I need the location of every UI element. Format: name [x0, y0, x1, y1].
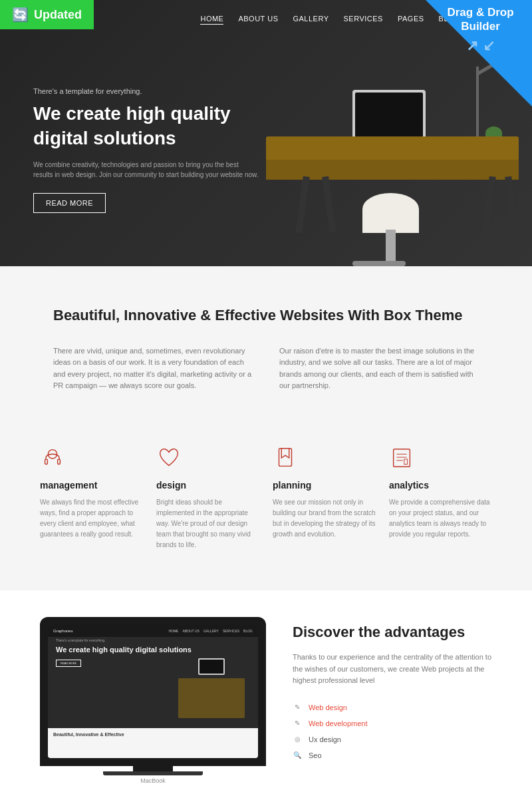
nav-item-services[interactable]: SERVICES: [344, 12, 383, 24]
macbook-bezel-bottom: [48, 758, 258, 766]
service-design-desc: Bright ideas should be implemented in th…: [156, 497, 259, 550]
discover-section: Graphonex HOME ABOUT US GALLERY SERVICES…: [0, 590, 532, 806]
updated-badge: 🔄 Updated: [0, 0, 94, 29]
nav-link-about[interactable]: ABOUT US: [238, 15, 278, 23]
dnd-line1: Drag & Drop: [447, 6, 513, 19]
macbook-screen-title: We create high quality digital solutions: [56, 645, 192, 654]
service-planning: planning We see our mission not only in …: [273, 445, 376, 550]
macbook-nav-blog: BLOG: [243, 629, 253, 633]
about-col-1: There are vivid, unique and, sometimes, …: [53, 345, 253, 392]
macbook-screen-white-section: Beautiful, Innovative & Effective: [48, 728, 258, 758]
chair-seat: [362, 193, 419, 233]
dnd-line2: Builder: [461, 20, 500, 33]
chart-svg: [389, 445, 414, 471]
svg-rect-2: [58, 459, 61, 465]
macbook-body: Graphonex HOME ABOUT US GALLERY SERVICES…: [40, 617, 266, 766]
discover-title: Discover the advantages: [293, 624, 492, 641]
discover-item-webdev: ✎ Web development: [293, 719, 492, 728]
services-grid: management We always find the most effec…: [40, 445, 492, 550]
hero-tagline: There's a template for everything.: [33, 87, 259, 95]
bullet-webdev: ✎: [293, 719, 302, 728]
macbook-screen-logo: Graphonex: [53, 629, 73, 633]
heart-svg: [156, 445, 182, 471]
dnd-arrows-icon: ↗ ↙: [432, 37, 529, 55]
hero-description: We combine creativity, technologies and …: [33, 160, 259, 180]
macbook-mini-desk: [178, 678, 245, 718]
macbook-screen-tagline: There's a template for everything.: [56, 638, 192, 642]
headset-svg: [40, 445, 65, 471]
planning-icon: [273, 445, 299, 472]
services-section: management We always find the most effec…: [0, 425, 532, 590]
about-col-2: Our raison d'etre is to master the best …: [279, 345, 479, 392]
nav-link-pages[interactable]: PAGES: [398, 15, 424, 23]
laptop-screen: [355, 93, 423, 137]
macbook-nav-home: HOME: [168, 629, 178, 633]
nav-link-services[interactable]: SERVICES: [344, 15, 383, 23]
service-analytics-name: analytics: [389, 480, 492, 491]
about-section: Beautiful, Innovative & Effective Websit…: [0, 266, 532, 425]
service-analytics: analytics We provide a comprehensive dat…: [389, 445, 492, 550]
desk-leg-left: [295, 176, 310, 234]
label-ux: Ux design: [309, 735, 341, 743]
nav-item-home[interactable]: HOME: [200, 12, 223, 24]
mini-laptop-screen: [200, 660, 223, 674]
desk-surface: [266, 136, 519, 163]
macbook-base: [103, 771, 203, 775]
macbook-nav-gallery: GALLERY: [203, 629, 219, 633]
link-webdesign[interactable]: Web design: [309, 704, 347, 711]
mini-laptop: [198, 658, 225, 675]
label-seo: Seo: [309, 751, 322, 759]
link-webdev[interactable]: Web development: [309, 719, 367, 727]
service-planning-name: planning: [273, 480, 376, 491]
page-wrapper: 🔄 Updated Drag & Drop Builder ↗ ↙ Grapho…: [0, 0, 532, 806]
service-management: management We always find the most effec…: [40, 445, 143, 550]
nav-link-gallery[interactable]: GALLERY: [293, 15, 329, 23]
service-design-name: design: [156, 480, 259, 491]
macbook-label: MacBook: [40, 777, 266, 784]
svg-rect-1: [45, 459, 48, 465]
about-heading: Beautiful, Innovative & Effective Websit…: [53, 306, 479, 325]
discover-list: ✎ Web design ✎ Web development ◎ Ux desi…: [293, 703, 492, 760]
macbook-cta: READ MORE: [56, 660, 81, 667]
hero-content: There's a template for everything. We cr…: [33, 87, 259, 213]
service-analytics-desc: We provide a comprehensive data on your …: [389, 497, 492, 540]
sync-icon: 🔄: [12, 7, 29, 23]
laptop: [352, 90, 426, 140]
chair-base: [352, 261, 406, 266]
macbook-screen-nav: Graphonex HOME ABOUT US GALLERY SERVICES…: [48, 625, 258, 637]
about-columns: There are vivid, unique and, sometimes, …: [53, 345, 479, 392]
nav-item-gallery[interactable]: GALLERY: [293, 12, 329, 24]
hero-title: We create high quality digital solutions: [33, 102, 259, 150]
bullet-ux: ◎: [293, 735, 302, 744]
dnd-text: Drag & Drop Builder ↗ ↙: [432, 5, 529, 55]
nav-link-home[interactable]: HOME: [200, 15, 223, 25]
desk-leg-left2: [322, 176, 336, 234]
discover-description: Thanks to our experience and the central…: [293, 652, 492, 687]
design-icon: [156, 445, 183, 472]
macbook-screen-hero: There's a template for everything. We cr…: [56, 638, 192, 667]
bookmark-svg: [273, 445, 298, 471]
macbook-nav-services: SERVICES: [223, 629, 239, 633]
discover-content: Discover the advantages Thanks to our ex…: [293, 617, 492, 767]
macbook-screen: Graphonex HOME ABOUT US GALLERY SERVICES…: [48, 625, 258, 758]
macbook-screen-links: HOME ABOUT US GALLERY SERVICES BLOG: [168, 629, 253, 633]
desk-leg-right2: [505, 176, 519, 234]
hero-cta-button[interactable]: READ MORE: [33, 193, 106, 213]
svg-rect-3: [279, 449, 292, 467]
discover-item-ux: ◎ Ux design: [293, 735, 492, 744]
macbook-stand: [133, 766, 173, 771]
service-management-desc: We always find the most effective ways, …: [40, 497, 143, 540]
updated-label: Updated: [34, 8, 82, 22]
macbook-mockup: Graphonex HOME ABOUT US GALLERY SERVICES…: [40, 617, 266, 784]
service-planning-desc: We see our mission not only in building …: [273, 497, 376, 540]
nav-item-pages[interactable]: PAGES: [398, 12, 424, 24]
nav-item-about[interactable]: ABOUT US: [238, 12, 278, 24]
macbook-nav-about: ABOUT US: [182, 629, 199, 633]
management-icon: [40, 445, 66, 472]
bullet-seo: 🔍: [293, 751, 302, 760]
discover-item-webdesign: ✎ Web design: [293, 703, 492, 712]
analytics-icon: [389, 445, 416, 472]
bullet-webdesign: ✎: [293, 703, 302, 712]
discover-item-seo: 🔍 Seo: [293, 751, 492, 760]
macbook-white-heading: Beautiful, Innovative & Effective: [48, 728, 258, 741]
